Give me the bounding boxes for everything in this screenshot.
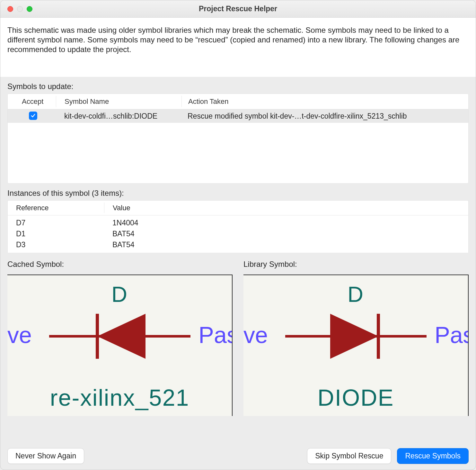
symbols-list: Accept Symbol Name Action Taken kit-dev-… (7, 94, 469, 184)
window-title: Project Rescue Helper (199, 5, 277, 13)
pin-text-left: ive (7, 322, 32, 348)
col-symbol-name-header[interactable]: Symbol Name (56, 97, 181, 106)
dialog-window: Project Rescue Helper This schematic was… (0, 0, 476, 470)
skip-symbol-rescue-button[interactable]: Skip Symbol Rescue (307, 448, 391, 464)
dialog-footer: Never Show Again Skip Symbol Rescue Resc… (0, 448, 476, 464)
instances-list-header: Reference Value (8, 201, 468, 215)
instances-list: Reference Value D7 1N4004 D1 BAT54 D3 BA… (7, 200, 469, 253)
svg-marker-2 (97, 314, 145, 359)
preview-row: Cached Symbol: D ive Pas re‑xilinx_521 L… (0, 253, 476, 426)
symbols-list-row[interactable]: kit-dev-coldfi…schlib:DIODE Rescue modif… (8, 109, 468, 123)
symbols-list-header: Accept Symbol Name Action Taken (8, 94, 468, 109)
value-cell: 1N4004 (104, 219, 468, 227)
library-symbol-block: Library Symbol: D ive Pas DIODE (243, 253, 469, 416)
pin-text-left: ive (243, 322, 268, 348)
never-show-again-button[interactable]: Never Show Again (7, 448, 84, 464)
instance-row[interactable]: D7 1N4004 (8, 217, 468, 228)
reference-letter: D (348, 282, 364, 307)
svg-marker-4 (330, 314, 378, 359)
value-cell: BAT54 (104, 230, 468, 238)
library-symbol-label: Library Symbol: (243, 253, 469, 275)
col-action-header[interactable]: Action Taken (182, 97, 468, 106)
reference-cell: D7 (8, 219, 104, 227)
diode-right-icon (285, 307, 427, 365)
window-controls (7, 6, 32, 12)
instances-list-body[interactable]: D7 1N4004 D1 BAT54 D3 BAT54 (8, 215, 468, 253)
col-accept-header[interactable]: Accept (8, 97, 56, 106)
col-reference-header[interactable]: Reference (8, 204, 104, 212)
diode-left-icon (49, 307, 190, 365)
rescue-symbols-button[interactable]: Rescue Symbols (397, 448, 469, 464)
symbol-name-text: DIODE (317, 384, 394, 411)
zoom-icon[interactable] (27, 6, 32, 12)
cached-symbol-label: Cached Symbol: (7, 253, 233, 275)
instance-row[interactable]: D1 BAT54 (8, 228, 468, 239)
symbols-to-update-label: Symbols to update: (0, 77, 476, 94)
symbol-name-text: re‑xilinx_521 (50, 384, 189, 411)
col-value-header[interactable]: Value (104, 204, 468, 212)
library-symbol-preview[interactable]: D ive Pas DIODE (243, 275, 469, 416)
close-icon[interactable] (7, 6, 13, 12)
minimize-icon[interactable] (17, 6, 23, 12)
action-cell: Rescue modified symbol kit-dev-…t-dev-co… (181, 112, 468, 121)
cached-symbol-block: Cached Symbol: D ive Pas re‑xilinx_521 (7, 253, 233, 416)
symbol-name-cell: kit-dev-coldfi…schlib:DIODE (56, 112, 181, 121)
symbols-list-body[interactable]: kit-dev-coldfi…schlib:DIODE Rescue modif… (8, 109, 468, 183)
cached-symbol-preview[interactable]: D ive Pas re‑xilinx_521 (7, 275, 233, 416)
titlebar: Project Rescue Helper (0, 0, 476, 18)
value-cell: BAT54 (104, 240, 468, 249)
checkmark-icon (30, 113, 36, 119)
accept-cell (8, 112, 56, 121)
instance-row[interactable]: D3 BAT54 (8, 239, 468, 250)
reference-cell: D3 (8, 240, 104, 249)
accept-checkbox[interactable] (29, 112, 37, 120)
instances-label: Instances of this symbol (3 items): (0, 184, 476, 200)
pin-text-right: Pas (198, 322, 233, 348)
pin-text-right: Pas (435, 322, 469, 348)
reference-letter: D (111, 282, 128, 307)
reference-cell: D1 (8, 230, 104, 238)
intro-text: This schematic was made using older symb… (0, 18, 476, 77)
